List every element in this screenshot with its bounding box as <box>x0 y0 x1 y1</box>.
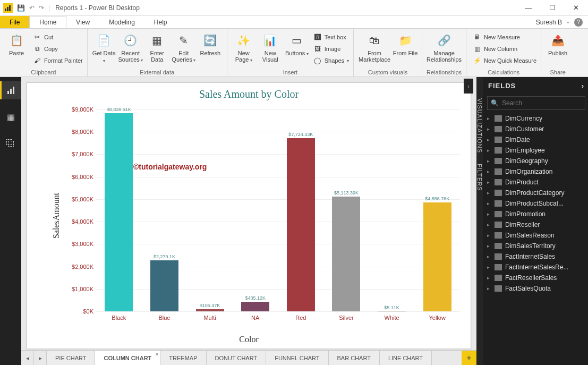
new-page-button[interactable]: ✨New Page ▾ <box>231 30 257 63</box>
minimize-button[interactable]: — <box>516 0 540 16</box>
y-tick: $4,000K <box>64 218 93 225</box>
fields-search[interactable]: 🔍 <box>487 96 585 110</box>
copy-button[interactable]: ⧉Copy <box>32 44 84 54</box>
field-table-dimorganization[interactable]: ▸DimOrganization <box>483 166 588 177</box>
bar-blue[interactable]: $2,279.1KBlue <box>142 109 188 311</box>
cut-button[interactable]: ✂Cut <box>32 32 84 43</box>
page-tab-funnel-chart[interactable]: FUNNEL CHART <box>266 351 328 365</box>
bar-multi[interactable]: $106.47KMulti <box>187 109 233 311</box>
new-visual-button[interactable]: 📊New Visual <box>257 30 284 63</box>
data-view-button[interactable]: ▦ <box>0 108 21 126</box>
field-table-dimpromotion[interactable]: ▸DimPromotion <box>483 209 588 219</box>
field-table-factresellersales[interactable]: ▸FactResellerSales <box>483 273 588 283</box>
report-canvas[interactable]: Sales Amount by Color ©tutorialgateway.o… <box>27 82 471 349</box>
field-table-factinternetsales[interactable]: ▸FactInternetSales <box>483 251 588 262</box>
table-name: DimProduct <box>505 179 539 186</box>
from-file-button[interactable]: 📁From File <box>392 30 419 56</box>
field-table-dimproductcategory[interactable]: ▸DimProductCategory <box>483 188 588 198</box>
fields-search-input[interactable] <box>502 99 582 107</box>
user-chevron-icon[interactable]: ⌄ <box>566 20 570 24</box>
panel-collapse-button[interactable]: ‹ <box>464 79 473 94</box>
page-tab-treemap[interactable]: TREEMAP <box>160 351 206 365</box>
bar-rect <box>287 138 315 311</box>
table-name: DimSalesReason <box>505 232 555 239</box>
fields-expand-icon[interactable]: › <box>582 82 584 90</box>
menu-help[interactable]: Help <box>144 16 177 28</box>
page-tab-prev[interactable]: ◂ <box>21 351 34 365</box>
buttons-button[interactable]: ▭Buttons ▾ <box>284 30 310 57</box>
help-icon[interactable]: ? <box>574 18 583 27</box>
filters-tab[interactable]: FILTERS <box>476 158 483 196</box>
textbox-button[interactable]: 🅰Text box <box>312 32 350 43</box>
field-table-dimsalesreason[interactable]: ▸DimSalesReason <box>483 230 588 241</box>
field-table-factinternetsalesre[interactable]: ▸FactInternetSalesRe... <box>483 262 588 273</box>
field-table-dimemployee[interactable]: ▸DimEmployee <box>483 145 588 156</box>
field-table-dimproduct[interactable]: ▸DimProduct <box>483 177 588 188</box>
user-name[interactable]: Suresh B <box>536 19 562 26</box>
file-icon: 📁 <box>397 32 414 49</box>
menu-view[interactable]: View <box>66 16 99 28</box>
refresh-button[interactable]: 🔄Refresh <box>197 30 224 56</box>
page-tab-pie-chart[interactable]: PIE CHART <box>47 351 95 365</box>
page-tab-column-chart[interactable]: COLUMN CHART× <box>95 351 160 365</box>
brush-icon: 🖌 <box>33 56 41 65</box>
menu-home[interactable]: Home <box>29 16 66 28</box>
new-quick-measure-button[interactable]: ⚡New Quick Measure <box>472 55 538 66</box>
field-table-dimreseller[interactable]: ▸DimReseller <box>483 219 588 230</box>
field-table-dimproductsubcat[interactable]: ▸DimProductSubcat... <box>483 198 588 209</box>
bar-na[interactable]: $435.12KNA <box>233 109 278 311</box>
table-icon <box>495 179 502 185</box>
save-icon[interactable]: 💾 <box>17 4 25 12</box>
bar-rect <box>105 113 133 311</box>
page-tab-line-chart[interactable]: LINE CHART <box>380 351 432 365</box>
page-tab-next[interactable]: ▸ <box>34 351 47 365</box>
bar-yellow[interactable]: $4,856.76KYellow <box>414 109 460 311</box>
field-table-factsalesquota[interactable]: ▸FactSalesQuota <box>483 283 588 294</box>
maximize-button[interactable]: ☐ <box>540 0 564 16</box>
redo-icon[interactable]: ↷ <box>39 4 44 12</box>
bar-white[interactable]: $5.11KWhite <box>369 109 415 311</box>
table-name: FactResellerSales <box>505 274 557 282</box>
y-tick: $3,000K <box>64 241 93 247</box>
shapes-button[interactable]: ◯Shapes ▾ <box>312 55 350 66</box>
undo-icon[interactable]: ↶ <box>29 4 35 12</box>
y-tick: $7,000K <box>64 151 93 157</box>
column-chart-visual[interactable]: Sales Amount by Color ©tutorialgateway.o… <box>27 83 471 349</box>
add-page-button[interactable]: + <box>462 351 476 365</box>
from-marketplace-button[interactable]: 🛍From Marketplace <box>357 30 392 63</box>
svg-rect-0 <box>5 9 6 11</box>
edit-queries-button[interactable]: ✎Edit Queries ▾ <box>171 30 197 63</box>
model-view-button[interactable]: ⿻ <box>0 134 21 152</box>
enter-data-button[interactable]: ▦Enter Data <box>144 30 171 63</box>
format-painter-button[interactable]: 🖌Format Painter <box>32 55 84 66</box>
close-tab-icon[interactable]: × <box>156 352 158 357</box>
field-table-dimcustomer[interactable]: ▸DimCustomer <box>483 124 588 134</box>
field-table-dimgeography[interactable]: ▸DimGeography <box>483 156 588 166</box>
publish-button[interactable]: 📤Publish <box>544 30 571 56</box>
field-table-dimcurrency[interactable]: ▸DimCurrency <box>483 113 588 124</box>
recent-sources-button[interactable]: 🕘Recent Sources ▾ <box>117 30 144 63</box>
page-tab-bar-chart[interactable]: BAR CHART <box>329 351 380 365</box>
y-tick: $5,000K <box>64 196 93 202</box>
table-name: DimDate <box>505 136 530 143</box>
caret-icon: ▸ <box>487 180 491 185</box>
menu-file[interactable]: File <box>0 16 29 28</box>
page-tab-donut-chart[interactable]: DONUT CHART <box>207 351 267 365</box>
category-label: Yellow <box>429 315 445 321</box>
paste-button[interactable]: 📋 Paste <box>3 30 30 56</box>
bar-silver[interactable]: $5,113.39KSilver <box>323 109 369 311</box>
bar-red[interactable]: $7,724.33KRed <box>278 109 324 311</box>
visualizations-tab[interactable]: VISUALIZATIONS <box>476 93 483 158</box>
table-name: FactInternetSalesRe... <box>505 264 568 271</box>
image-button[interactable]: 🖼Image <box>312 44 350 54</box>
menu-modeling[interactable]: Modeling <box>99 16 144 28</box>
manage-relationships-button[interactable]: 🔗Manage Relationships <box>425 30 463 63</box>
new-measure-button[interactable]: 🖩New Measure <box>472 32 538 43</box>
report-view-button[interactable] <box>0 81 21 99</box>
field-table-dimsalesterritory[interactable]: ▸DimSalesTerritory <box>483 241 588 251</box>
new-column-button[interactable]: ▥New Column <box>472 44 538 54</box>
bar-black[interactable]: $8,838.61KBlack <box>96 109 142 311</box>
field-table-dimdate[interactable]: ▸DimDate <box>483 134 588 145</box>
get-data-button[interactable]: 📄Get Data ▾ <box>91 30 117 64</box>
close-button[interactable]: ✕ <box>564 0 588 16</box>
